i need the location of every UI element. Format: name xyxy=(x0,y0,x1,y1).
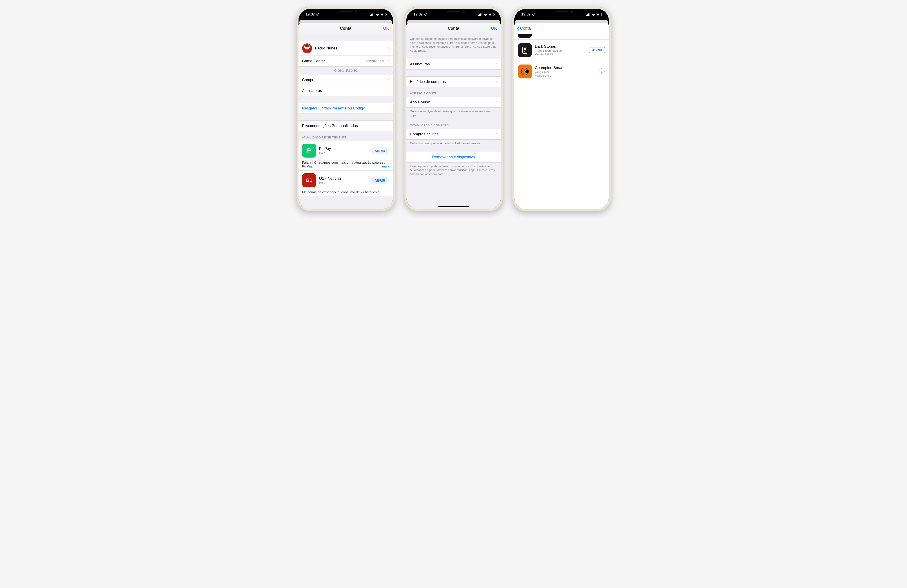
remove-device-row[interactable]: Remover este dispositivo xyxy=(406,152,501,162)
dark-stories-icon xyxy=(518,43,532,57)
subscriptions-row[interactable]: Assinaturas › xyxy=(298,85,393,96)
wifi-icon xyxy=(591,13,595,16)
open-button[interactable]: ABRIR xyxy=(589,47,605,53)
app-row-g1[interactable]: G1 G1 - Notícias Hoje ABRIR xyxy=(298,171,393,190)
svg-rect-15 xyxy=(587,14,588,16)
partial-app-row[interactable] xyxy=(514,34,609,40)
more-link[interactable]: mais xyxy=(382,164,389,168)
location-icon xyxy=(532,13,535,16)
app-name: PicPay xyxy=(319,147,367,151)
open-button[interactable]: ABRIR xyxy=(370,177,389,184)
screen: 19:37 Conta OK Quando as Recomendações p… xyxy=(406,9,501,209)
game-center-label: Game Center xyxy=(302,59,325,63)
redeem-row[interactable]: Resgatar Cartão-Presente ou Código xyxy=(298,103,393,114)
navbar: Conta OK xyxy=(406,23,501,34)
wifi-icon xyxy=(484,13,487,16)
notch xyxy=(432,9,475,16)
svg-rect-12 xyxy=(489,13,491,15)
app-sub: Hoje xyxy=(319,151,367,155)
chevron-left-icon xyxy=(516,26,520,31)
app-name: Champion Smart xyxy=(535,66,595,70)
app-version: Versão 1.0.79 xyxy=(535,53,586,56)
credit-label: Crédito: R$ 0,30 xyxy=(298,67,393,75)
subscriptions-row[interactable]: Assinaturas › xyxy=(406,59,501,70)
access-footer: Gerencie serviços de terceiros que possu… xyxy=(406,108,501,119)
svg-rect-2 xyxy=(372,13,373,16)
app-sub: Hoje xyxy=(319,181,367,184)
svg-rect-14 xyxy=(586,15,587,16)
game-center-row[interactable]: Game Center opedrohen › xyxy=(298,56,393,67)
recs-footer: Quando as Recomendações personalizadas e… xyxy=(406,34,501,54)
screen: 19:37 Conta OK xyxy=(298,9,393,209)
svg-rect-6 xyxy=(386,14,387,15)
phone-2: 19:37 Conta OK Quando as Recomendações p… xyxy=(404,7,503,211)
svg-rect-5 xyxy=(381,13,383,15)
chevron-right-icon: › xyxy=(496,99,497,105)
open-button[interactable]: ABRIR xyxy=(370,147,389,154)
scroll-area[interactable]: Dark Stories Treebit Technologies Versão… xyxy=(514,34,609,209)
app-version: Versão 9.8.0 xyxy=(535,74,595,77)
svg-rect-17 xyxy=(590,13,590,16)
recently-updated-header: ATUALIZADO RECENTEMENTE xyxy=(298,131,393,141)
location-icon xyxy=(316,13,319,16)
app-row-dark-stories[interactable]: Dark Stories Treebit Technologies Versão… xyxy=(514,40,609,61)
cell-signal-icon xyxy=(370,13,374,16)
status-time: 19:37 xyxy=(306,12,315,16)
notch xyxy=(324,9,367,16)
svg-rect-9 xyxy=(480,13,481,16)
purchase-history-row[interactable]: Histórico de compras › xyxy=(406,77,501,87)
purchases-row[interactable]: Compras › xyxy=(298,75,393,85)
profile-row[interactable]: Pedro Nunes › xyxy=(298,41,393,56)
phone-3: 19:37 Conta xyxy=(512,7,611,211)
navbar: Conta xyxy=(514,23,609,34)
battery-icon xyxy=(596,13,603,16)
chevron-right-icon: › xyxy=(388,58,389,64)
card-peek xyxy=(407,20,500,23)
profile-name: Pedro Nunes xyxy=(315,46,337,51)
nav-title: Conta xyxy=(340,26,351,31)
scroll-area[interactable]: Pedro Nunes › Game Center opedrohen › Cr… xyxy=(298,34,393,209)
update-notes: Fala aí! Chegamos com mais uma atualizaç… xyxy=(298,160,393,171)
cell-signal-icon xyxy=(478,13,482,16)
phone-1: 19:37 Conta OK xyxy=(296,7,395,211)
app-developer: Treebit Technologies xyxy=(535,49,586,52)
status-time: 19:37 xyxy=(521,12,531,16)
wifi-icon xyxy=(376,13,380,16)
remove-footer: Este dispositivo pode ser usado com o re… xyxy=(406,162,501,178)
scroll-area[interactable]: Quando as Recomendações personalizadas e… xyxy=(406,34,501,209)
svg-rect-19 xyxy=(597,13,599,15)
ok-button[interactable]: OK xyxy=(383,26,389,31)
app-name: Dark Stories xyxy=(535,44,586,49)
avatar xyxy=(302,43,312,53)
back-button[interactable]: Conta xyxy=(516,26,531,31)
home-indicator[interactable] xyxy=(438,206,470,207)
chevron-right-icon: › xyxy=(496,61,497,67)
svg-rect-16 xyxy=(588,13,589,16)
apple-music-row[interactable]: Apple Music › xyxy=(406,97,501,108)
picpay-icon: P▫ xyxy=(302,144,316,157)
ok-button[interactable]: OK xyxy=(491,26,497,31)
svg-rect-0 xyxy=(370,15,371,16)
sheet: Conta OK Quando as Recomendações persona… xyxy=(406,23,501,209)
hidden-purchases-row[interactable]: Compras ocultas › xyxy=(406,129,501,139)
chevron-right-icon: › xyxy=(388,77,389,83)
svg-rect-1 xyxy=(371,14,372,16)
cloud-download-button[interactable] xyxy=(598,68,605,75)
g1-icon: G1 xyxy=(302,173,316,187)
app-row-champion-smart[interactable]: Champion Smart yang ximei Versão 9.8.0 xyxy=(514,61,609,82)
chevron-right-icon: › xyxy=(496,131,497,137)
screen: 19:37 Conta xyxy=(514,9,609,209)
personalized-recs-row[interactable]: Recomendações Personalizadas › xyxy=(298,120,393,131)
account-access-header: ACESSO À CONTA xyxy=(406,87,501,97)
svg-rect-13 xyxy=(494,14,495,15)
card-peek xyxy=(515,20,608,23)
svg-rect-20 xyxy=(602,14,603,15)
sheet: Conta OK Pedro Nunes › Game Center opedr… xyxy=(298,23,393,209)
navbar: Conta OK xyxy=(298,23,393,34)
champion-smart-icon xyxy=(518,64,532,79)
hidden-footer: Exibir compras que você havia ocultado a… xyxy=(406,139,501,147)
battery-icon xyxy=(489,13,495,16)
app-row-picpay[interactable]: P▫ PicPay Hoje ABRIR xyxy=(298,141,393,160)
svg-rect-8 xyxy=(479,14,480,16)
update-notes: Melhorias de experiência, consumo de web… xyxy=(298,190,393,196)
